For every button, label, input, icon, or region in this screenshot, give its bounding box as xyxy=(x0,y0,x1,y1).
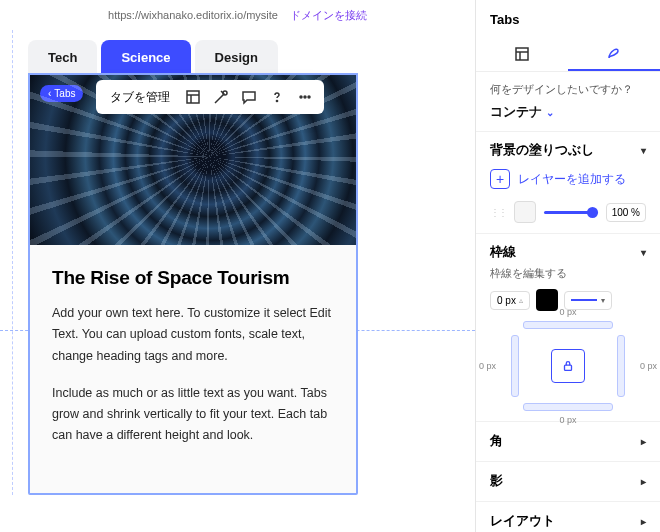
chevron-down-icon: ▾ xyxy=(601,296,605,305)
layout-icon[interactable] xyxy=(180,84,206,110)
element-toolbar: タブを管理 xyxy=(96,80,324,114)
drag-grip-icon[interactable]: ⋮⋮ xyxy=(490,207,506,218)
line-style-icon xyxy=(571,299,597,301)
border-lock-button[interactable] xyxy=(551,349,585,383)
connect-domain-link[interactable]: ドメインを接続 xyxy=(290,8,367,23)
inspector-panel: Tabs 何をデザインしたいですか？ コンテナ ⌄ 背景の塗りつぶし ▾ + レ… xyxy=(476,0,660,532)
site-url: https://wixhanako.editorix.io/mysite xyxy=(108,9,278,21)
help-icon[interactable] xyxy=(264,84,290,110)
stepper-icon: ▵ xyxy=(519,296,523,305)
svg-rect-11 xyxy=(565,365,572,370)
border-left-value: 0 px xyxy=(479,361,496,371)
guide-vertical xyxy=(12,30,13,495)
border-right-value: 0 px xyxy=(640,361,657,371)
shadow-title: 影 xyxy=(490,473,503,490)
fill-color-swatch[interactable] xyxy=(514,201,536,223)
design-target-select[interactable]: コンテナ ⌄ xyxy=(490,103,646,121)
chevron-down-icon: ⌄ xyxy=(546,107,554,118)
plus-icon: + xyxy=(490,169,510,189)
border-top-value: 0 px xyxy=(503,307,633,317)
chevron-left-icon: ‹ xyxy=(48,88,51,99)
article-title[interactable]: The Rise of Space Tourism xyxy=(52,267,334,289)
article-paragraph-2[interactable]: Include as much or as little text as you… xyxy=(52,383,334,447)
section-fill: 背景の塗りつぶし ▾ + レイヤーを追加する ⋮⋮ 100 % xyxy=(476,132,660,234)
panel-tab-layout[interactable] xyxy=(476,37,568,71)
corner-title: 角 xyxy=(490,433,503,450)
opacity-value[interactable]: 100 % xyxy=(606,203,646,222)
panel-tab-design[interactable] xyxy=(568,37,660,71)
design-target-value: コンテナ xyxy=(490,103,542,121)
svg-point-7 xyxy=(308,96,310,98)
border-edge-top[interactable] xyxy=(523,321,613,329)
svg-point-6 xyxy=(304,96,306,98)
expand-icon: ▸ xyxy=(641,476,646,487)
svg-point-4 xyxy=(276,100,277,101)
tab-design[interactable]: Design xyxy=(195,40,278,75)
svg-rect-8 xyxy=(516,48,528,60)
collapse-icon: ▾ xyxy=(641,145,646,156)
tabs-row: Tech Science Design xyxy=(28,40,475,75)
border-title: 枠線 xyxy=(490,244,516,261)
border-edge-right[interactable] xyxy=(617,335,625,397)
border-edge-left[interactable] xyxy=(511,335,519,397)
more-icon[interactable] xyxy=(292,84,318,110)
comment-icon[interactable] xyxy=(236,84,262,110)
border-bottom-value: 0 px xyxy=(503,415,633,425)
border-edge-bottom[interactable] xyxy=(523,403,613,411)
section-layout[interactable]: レイアウト ▸ xyxy=(476,502,660,532)
svg-point-3 xyxy=(223,91,227,95)
fill-title: 背景の塗りつぶし xyxy=(490,142,594,159)
tab-science[interactable]: Science xyxy=(101,40,190,75)
design-question: 何をデザインしたいですか？ xyxy=(490,82,646,97)
add-layer-label: レイヤーを追加する xyxy=(518,171,626,188)
section-corner[interactable]: 角 ▸ xyxy=(476,422,660,462)
border-width-value: 0 px xyxy=(497,295,516,306)
section-border: 枠線 ▾ 枠線を編集する 0 px▵ ▾ 0 px 0 px 0 px 0 px xyxy=(476,234,660,422)
tab-tech[interactable]: Tech xyxy=(28,40,97,75)
breadcrumb-label: Tabs xyxy=(54,88,75,99)
panel-tabs xyxy=(476,37,660,72)
article-paragraph-1[interactable]: Add your own text here. To customize it … xyxy=(52,303,334,367)
slider-thumb[interactable] xyxy=(587,207,598,218)
border-edit-label: 枠線を編集する xyxy=(490,267,646,281)
add-layer-button[interactable]: + レイヤーを追加する xyxy=(490,169,646,189)
tab-content: The Rise of Space Tourism Add your own t… xyxy=(30,245,356,493)
tab-container[interactable]: ‹ Tabs The Rise of Space Tourism Add you… xyxy=(28,73,358,495)
manage-tabs-button[interactable]: タブを管理 xyxy=(102,89,178,106)
layout-title: レイアウト xyxy=(490,513,555,530)
breadcrumb-badge[interactable]: ‹ Tabs xyxy=(40,85,83,102)
fill-header[interactable]: 背景の塗りつぶし ▾ xyxy=(490,142,646,159)
section-shadow[interactable]: 影 ▸ xyxy=(476,462,660,502)
border-box-diagram: 0 px 0 px 0 px 0 px xyxy=(503,321,633,411)
section-target: 何をデザインしたいですか？ コンテナ ⌄ xyxy=(476,72,660,132)
svg-point-5 xyxy=(300,96,302,98)
collapse-icon: ▾ xyxy=(641,247,646,258)
opacity-slider[interactable] xyxy=(544,211,598,214)
design-icon[interactable] xyxy=(208,84,234,110)
opacity-row: ⋮⋮ 100 % xyxy=(490,201,646,223)
expand-icon: ▸ xyxy=(641,436,646,447)
panel-title: Tabs xyxy=(476,0,660,37)
expand-icon: ▸ xyxy=(641,516,646,527)
border-header[interactable]: 枠線 ▾ xyxy=(490,244,646,261)
svg-rect-0 xyxy=(187,91,199,103)
